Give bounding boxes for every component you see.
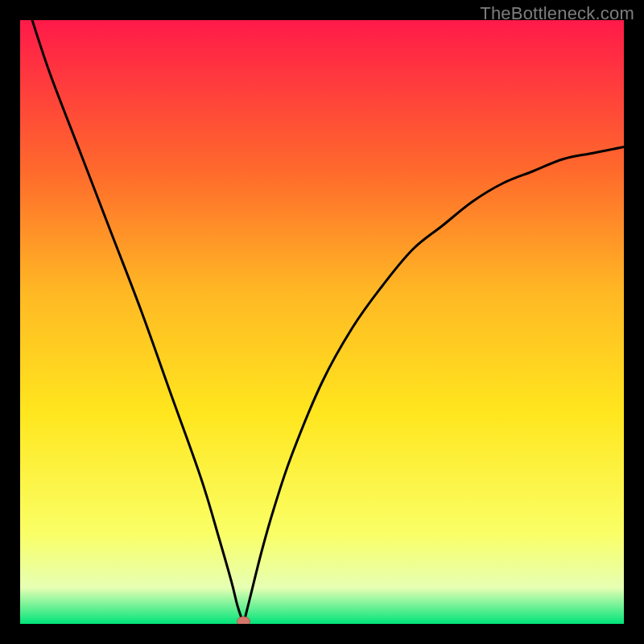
chart-svg	[20, 20, 624, 624]
minimum-marker	[237, 617, 250, 624]
plot-area	[20, 20, 624, 624]
gradient-background	[20, 20, 624, 624]
chart-frame: TheBottleneck.com	[0, 0, 644, 644]
